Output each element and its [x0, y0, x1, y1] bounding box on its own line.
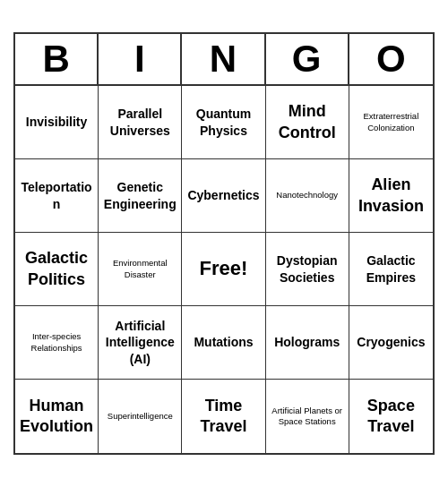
bingo-card: BINGO InvisibilityParallel UniversesQuan… — [13, 32, 435, 455]
bingo-cell[interactable]: Parallel Universes — [99, 86, 182, 159]
cell-label: Mutations — [194, 334, 253, 350]
cell-label: Invisibility — [26, 114, 87, 130]
cell-label: Free! — [200, 256, 248, 282]
bingo-cell[interactable]: Invisibility — [15, 86, 99, 159]
cell-label: Human Evolution — [19, 396, 94, 438]
bingo-cell[interactable]: Human Evolution — [15, 380, 99, 453]
cell-label: Cybernetics — [187, 187, 259, 203]
bingo-cell[interactable]: Quantum Physics — [182, 86, 265, 159]
cell-label: Artificial Planets or Space Stations — [270, 406, 345, 428]
cell-label: Artificial Intelligence (AI) — [102, 318, 177, 367]
bingo-header: BINGO — [15, 34, 433, 86]
bingo-cell[interactable]: Nanotechnology — [266, 159, 349, 233]
bingo-cell[interactable]: Genetic Engineering — [99, 159, 182, 233]
bingo-cell[interactable]: Environmental Disaster — [99, 233, 182, 306]
cell-label: Parallel Universes — [102, 106, 177, 138]
header-letter: I — [99, 34, 182, 84]
bingo-cell[interactable]: Inter-species Relationships — [15, 306, 99, 380]
bingo-cell[interactable]: Galactic Empires — [349, 233, 433, 306]
bingo-cell[interactable]: Superintelligence — [99, 380, 182, 453]
cell-label: Inter-species Relationships — [19, 331, 94, 354]
cell-label: Time Travel — [185, 396, 261, 438]
bingo-cell[interactable]: Extraterrestrial Colonization — [349, 86, 433, 159]
cell-label: Cryogenics — [357, 334, 425, 350]
bingo-cell[interactable]: Cybernetics — [182, 159, 265, 233]
cell-label: Galactic Empires — [353, 252, 429, 285]
bingo-cell[interactable]: Space Travel — [349, 380, 433, 453]
cell-label: Genetic Engineering — [102, 179, 177, 211]
bingo-cell[interactable]: Free! — [182, 233, 265, 306]
bingo-cell[interactable]: Mind Control — [266, 86, 349, 159]
cell-label: Nanotechnology — [276, 190, 338, 201]
cell-label: Holograms — [274, 334, 340, 350]
header-letter: N — [182, 34, 265, 84]
cell-label: Space Travel — [353, 396, 429, 438]
bingo-cell[interactable]: Time Travel — [182, 380, 265, 453]
bingo-cell[interactable]: Artificial Intelligence (AI) — [99, 306, 182, 380]
bingo-cell[interactable]: Cryogenics — [349, 306, 433, 380]
cell-label: Alien Invasion — [353, 175, 429, 217]
cell-label: Extraterrestrial Colonization — [353, 111, 429, 133]
cell-label: Galactic Politics — [19, 248, 94, 290]
bingo-cell[interactable]: Alien Invasion — [349, 159, 433, 233]
cell-label: Superintelligence — [108, 411, 173, 422]
header-letter: G — [266, 34, 349, 84]
bingo-cell[interactable]: Galactic Politics — [15, 233, 99, 306]
bingo-cell[interactable]: Teleportation — [15, 159, 99, 233]
bingo-grid: InvisibilityParallel UniversesQuantum Ph… — [15, 86, 433, 453]
cell-label: Quantum Physics — [185, 106, 261, 138]
cell-label: Mind Control — [270, 101, 345, 143]
bingo-cell[interactable]: Mutations — [182, 306, 265, 380]
bingo-cell[interactable]: Artificial Planets or Space Stations — [266, 380, 349, 453]
header-letter: O — [349, 34, 433, 84]
bingo-cell[interactable]: Dystopian Societies — [266, 233, 349, 306]
header-letter: B — [15, 34, 99, 84]
cell-label: Teleportation — [19, 179, 94, 211]
cell-label: Dystopian Societies — [270, 252, 345, 285]
bingo-cell[interactable]: Holograms — [266, 306, 349, 380]
cell-label: Environmental Disaster — [102, 258, 177, 280]
